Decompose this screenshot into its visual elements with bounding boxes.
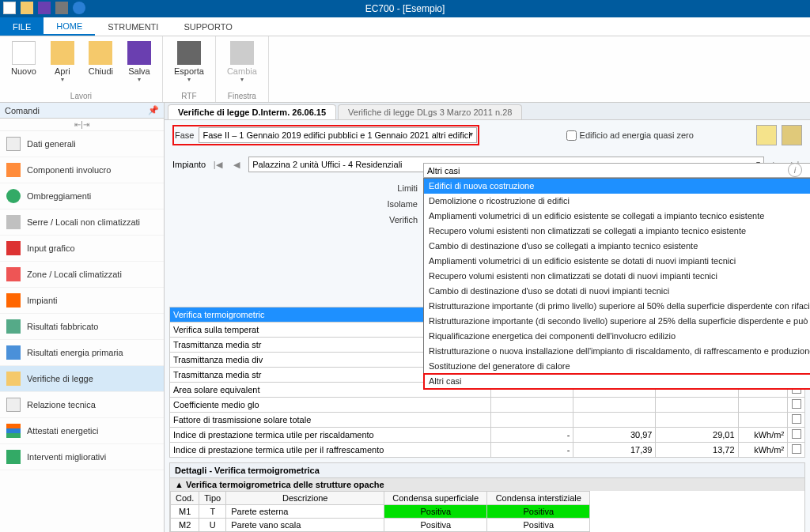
house-red-icon	[6, 267, 21, 281]
house-grey-icon	[6, 215, 21, 229]
sidebar-item-componenti-involucro[interactable]: Componenti involucro	[0, 157, 164, 183]
nav-prev-icon[interactable]: ◀	[229, 157, 244, 172]
qat-new-icon[interactable]	[3, 2, 16, 14]
dropdown-option[interactable]: Ampliamenti volumetrici di un edificio e…	[424, 209, 810, 224]
sidebar-item-label: Interventi migliorativi	[27, 452, 106, 462]
menu-bar: FILE HOME STRUMENTI SUPPORTO	[0, 17, 810, 36]
qat-help-icon[interactable]	[73, 2, 85, 14]
dropdown-option[interactable]: Recupero volumi esistenti non climatizza…	[424, 224, 810, 239]
table-row[interactable]: M1TParete esternaPositivaPositiva	[171, 505, 590, 519]
dropdown-option[interactable]: Cambio di destinazione d'uso se collegat…	[424, 239, 810, 254]
edit-button[interactable]	[756, 125, 777, 145]
ribbon-chiudi[interactable]: Chiudi	[84, 40, 118, 85]
qat-save-icon[interactable]	[38, 2, 51, 14]
table-row[interactable]: Fattore di trasmissione solare totale	[170, 413, 805, 428]
zero-energy-label: Edificio ad energia quasi zero	[580, 130, 694, 140]
dropdown-option[interactable]: Cambio di destinazione d'uso se dotati d…	[424, 284, 810, 299]
ribbon-esporta[interactable]: Esporta▾	[169, 40, 209, 85]
dropdown-option[interactable]: Ristrutturazione importante (di secondo …	[424, 314, 810, 329]
save-button[interactable]	[782, 125, 802, 145]
dropdown-option[interactable]: Ampliamenti volumetrici di un edificio e…	[424, 254, 810, 269]
sidebar-item-attestati-energetici[interactable]: Attestati energetici	[0, 418, 164, 444]
sidebar-item-label: Attestati energetici	[27, 426, 99, 436]
menu-tab-supporto[interactable]: SUPPORTO	[171, 17, 244, 36]
dropdown-option[interactable]: Ristrutturazione o nuova installazione d…	[424, 344, 810, 359]
doc-tab[interactable]: Verifiche di legge D.Interm. 26.06.15	[168, 104, 336, 119]
ribbon-label: Cambia	[227, 66, 257, 76]
sidebar-item-label: Zone / Locali climatizzati	[27, 270, 122, 279]
dropdown-option[interactable]: Ristrutturazione importante (di primo li…	[424, 299, 810, 314]
fase-combo[interactable]: Fase II – 1 Gennaio 2019 edifici pubblic…	[199, 127, 477, 143]
sidebar-item-label: Impianti	[27, 296, 58, 305]
dropdown-option[interactable]: Riqualificazione energetica dei componen…	[424, 329, 810, 344]
dropdown-option[interactable]: Demolizione o ricostruzione di edifici	[424, 194, 810, 209]
sidebar-item-input-grafico[interactable]: Input grafico	[0, 236, 164, 262]
dots-icon	[6, 189, 21, 203]
impianto-label: Impianto	[172, 160, 206, 169]
dropdown-option[interactable]: Recupero volumi esistenti non climatizza…	[424, 269, 810, 284]
ribbon-nuovo[interactable]: Nuovo	[6, 40, 41, 85]
info-icon[interactable]: i	[788, 163, 802, 177]
nav-list: Dati generaliComponenti involucroOmbregg…	[0, 131, 164, 470]
pin-icon[interactable]: 📌	[148, 105, 159, 115]
nav-first-icon[interactable]: |◀	[210, 157, 225, 172]
table-row[interactable]: Indice di prestazione termica utile per …	[170, 443, 805, 458]
zero-energy-checkbox[interactable]	[566, 130, 577, 141]
details-title: Dettagli - Verifica termoigrometrica	[170, 463, 804, 478]
apri-icon	[51, 41, 74, 65]
dropdown-option[interactable]: Sostituzione del generatore di calore	[424, 359, 810, 374]
star-icon	[6, 372, 21, 386]
sidebar-header: Comandi 📌	[0, 103, 164, 119]
sidebar-item-risultati-energia-primaria[interactable]: Risultati energia primaria	[0, 340, 164, 366]
table-row[interactable]: M2UParete vano scalaPositivaPositiva	[171, 519, 590, 532]
title-bar: EC700 - [Esempio]	[0, 0, 810, 17]
menu-tab-home[interactable]: HOME	[44, 17, 95, 36]
dropdown-option[interactable]: Altri casi	[424, 374, 810, 389]
fase-label: Fase	[175, 130, 194, 140]
sidebar-item-ombreggiamenti[interactable]: Ombreggiamenti	[0, 183, 164, 209]
sidebar-title: Comandi	[5, 106, 40, 115]
sidebar-item-risultati-fabbricato[interactable]: Risultati fabbricato	[0, 314, 164, 340]
sidebar-item-verifiche-di-legge[interactable]: Verifiche di legge	[0, 366, 164, 392]
table-row[interactable]: Indice di prestazione termica utile per …	[170, 428, 805, 443]
sidebar-item-impianti[interactable]: Impianti	[0, 288, 164, 314]
ribbon-salva[interactable]: Salva▾	[123, 40, 156, 85]
esporta-icon	[177, 41, 201, 65]
case-dropdown[interactable]: Edifici di nuova costruzioneDemolizione …	[423, 178, 810, 390]
row-checkbox[interactable]	[792, 429, 801, 439]
ribbon: NuovoApri▾ChiudiSalva▾LavoriEsporta▾RTFC…	[0, 36, 810, 103]
menu-file[interactable]: FILE	[0, 17, 44, 36]
sidebar-item-interventi-migliorativi[interactable]: Interventi migliorativi	[0, 444, 164, 470]
sidebar-item-relazione-tecnica[interactable]: Relazione tecnica	[0, 392, 164, 418]
fase-highlight: Fase Fase II – 1 Gennaio 2019 edifici pu…	[172, 125, 479, 145]
dropdown-option[interactable]: Edifici di nuova costruzione	[424, 179, 810, 194]
chevron-down-icon: ▾	[187, 76, 191, 83]
sidebar-item-zone-locali-climatizzati[interactable]: Zone / Locali climatizzati	[0, 262, 164, 288]
sidebar-collapse[interactable]: ⇤|⇥	[0, 119, 164, 131]
qat-open-icon[interactable]	[21, 2, 33, 14]
sidebar: Comandi 📌 ⇤|⇥ Dati generaliComponenti in…	[0, 103, 165, 532]
ribbon-label: Salva	[128, 66, 150, 76]
row-checkbox[interactable]	[792, 414, 801, 424]
sidebar-item-label: Risultati fabbricato	[27, 322, 99, 331]
menu-tab-strumenti[interactable]: STRUMENTI	[95, 17, 171, 36]
sidebar-item-label: Verifiche di legge	[27, 374, 93, 383]
row-checkbox[interactable]	[792, 444, 801, 454]
case-combo[interactable]: Altri casi	[423, 163, 810, 178]
ribbon-apri[interactable]: Apri▾	[46, 40, 79, 85]
details-table[interactable]: Cod.TipoDescrizioneCondensa superficiale…	[170, 491, 590, 532]
ribbon-cambia: Cambia▾	[222, 40, 262, 85]
row-checkbox[interactable]	[792, 399, 801, 409]
sidebar-item-label: Input grafico	[27, 243, 75, 253]
chevron-down-icon: ▾	[61, 76, 64, 83]
label-isolame: Isolame	[346, 196, 418, 212]
sidebar-item-serre-locali-non-climatizzati[interactable]: Serre / Locali non climatizzati	[0, 209, 164, 236]
details-panel: Dettagli - Verifica termoigrometrica ▲ V…	[169, 462, 805, 532]
col-header: Cod.	[171, 492, 199, 505]
sidebar-item-dati-generali[interactable]: Dati generali	[0, 131, 164, 157]
sidebar-item-label: Ombreggiamenti	[27, 191, 91, 201]
table-row[interactable]: Coefficiente medio glo	[170, 398, 805, 413]
doc-tab[interactable]: Verifiche di legge DLgs 3 Marzo 2011 n.2…	[338, 104, 522, 119]
qat-print-icon[interactable]	[55, 2, 68, 14]
col-header: Tipo	[199, 492, 226, 505]
